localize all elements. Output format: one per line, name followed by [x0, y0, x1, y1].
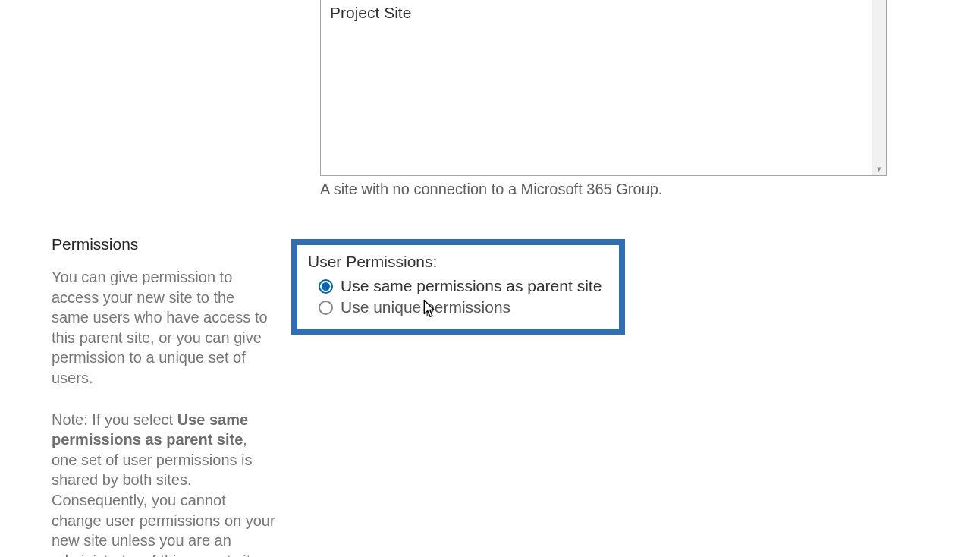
template-listbox[interactable]: Team site (classic experience) Project S… — [320, 0, 887, 176]
scroll-down-arrow[interactable]: ▾ — [872, 162, 886, 175]
radio-same-permissions[interactable]: Use same permissions as parent site — [319, 277, 608, 295]
radio-button-unchecked-icon[interactable] — [319, 301, 333, 315]
template-description: A site with no connection to a Microsoft… — [320, 181, 662, 198]
permissions-heading: Permissions — [52, 235, 275, 253]
radio-label: Use unique permissions — [341, 298, 510, 316]
user-permissions-label: User Permissions: — [308, 253, 608, 271]
permissions-description: You can give permission to access your n… — [52, 267, 275, 389]
radio-label: Use same permissions as parent site — [341, 277, 602, 295]
permissions-note: Note: If you select Use same permissions… — [52, 410, 275, 557]
note-suffix: , one set of user permissions is shared … — [52, 431, 275, 557]
scrollbar[interactable]: ▾ — [872, 0, 886, 175]
radio-unique-permissions[interactable]: Use unique permissions — [319, 298, 608, 316]
user-permissions-highlight-box: User Permissions: Use same permissions a… — [291, 239, 625, 335]
radio-button-checked-icon[interactable] — [319, 279, 333, 294]
template-option[interactable]: Project Site — [321, 2, 886, 24]
note-prefix: Note: If you select — [52, 411, 177, 428]
